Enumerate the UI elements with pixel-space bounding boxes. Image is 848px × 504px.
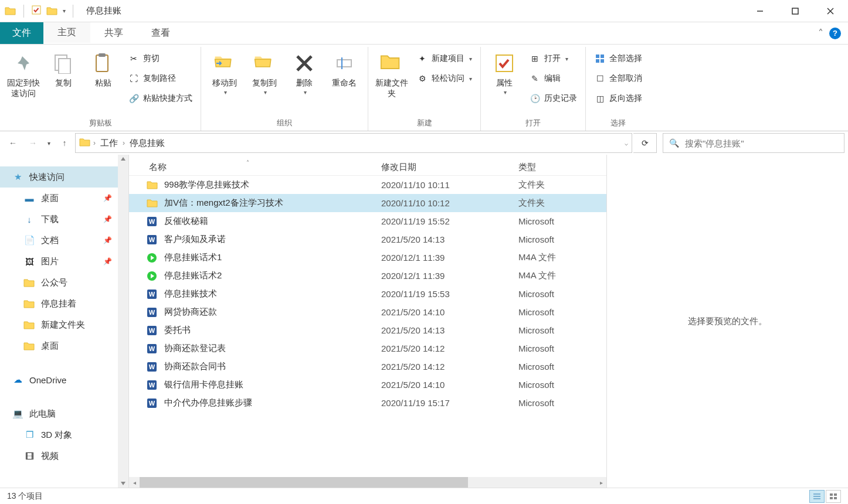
file-name: 银行信用卡停息挂账 bbox=[164, 379, 243, 390]
search-box[interactable]: 🔍 bbox=[663, 133, 844, 153]
nav-forward-button[interactable]: → bbox=[23, 134, 42, 152]
file-type: Microsoft bbox=[518, 343, 589, 353]
folder-icon bbox=[23, 277, 35, 288]
file-row[interactable]: 协商还款登记表2021/5/20 14:12Microsoft bbox=[129, 339, 606, 357]
sidebar-scrollbar[interactable] bbox=[118, 155, 128, 488]
paste-button[interactable]: 粘贴 bbox=[84, 48, 122, 88]
address-bar[interactable]: › 工作 › 停息挂账 ⌵ bbox=[75, 133, 632, 153]
sidebar-desktop[interactable]: ▬桌面📌 bbox=[0, 188, 128, 209]
tab-view[interactable]: 查看 bbox=[137, 22, 184, 44]
easy-access-button[interactable]: ⚙轻松访问▾ bbox=[413, 69, 476, 88]
sidebar-folder-4[interactable]: 桌面 bbox=[0, 335, 128, 356]
invert-selection-button[interactable]: ◫反向选择 bbox=[591, 89, 646, 108]
file-name: 加V信：mengxt2备注学习技术 bbox=[164, 197, 283, 209]
copy-path-button[interactable]: ⛶复制路径 bbox=[124, 69, 196, 88]
file-row[interactable]: 中介代办停息挂账步骤2020/11/19 15:17Microsoft bbox=[129, 394, 606, 412]
file-list[interactable]: 名称˄ 修改日期 类型 998教学停息挂账技术2020/11/10 10:11文… bbox=[129, 155, 606, 488]
svg-rect-16 bbox=[337, 60, 351, 67]
nav-up-button[interactable]: ↑ bbox=[55, 134, 74, 152]
file-name: 中介代办停息挂账步骤 bbox=[164, 397, 252, 408]
word-icon bbox=[147, 325, 158, 336]
file-row[interactable]: 银行信用卡停息挂账2021/5/20 14:10Microsoft bbox=[129, 376, 606, 394]
file-row[interactable]: 网贷协商还款2021/5/20 14:10Microsoft bbox=[129, 303, 606, 321]
collapse-ribbon-icon[interactable]: ˄ bbox=[818, 27, 823, 40]
tab-home[interactable]: 主页 bbox=[43, 22, 90, 44]
sidebar-folder-1[interactable]: 公众号 bbox=[0, 272, 128, 293]
sidebar-downloads[interactable]: ↓下载📌 bbox=[0, 209, 128, 230]
horizontal-scrollbar[interactable]: ◂▸ bbox=[129, 477, 606, 488]
new-folder-button[interactable]: 新建文件夹 bbox=[373, 48, 411, 98]
qat-dropdown[interactable]: ▾ bbox=[63, 8, 66, 14]
qat-checkbox-icon[interactable] bbox=[31, 5, 42, 17]
item-count: 13 个项目 bbox=[7, 491, 43, 502]
file-date: 2021/5/20 14:10 bbox=[381, 307, 518, 317]
column-date[interactable]: 修改日期 bbox=[381, 162, 518, 173]
svg-rect-15 bbox=[59, 59, 70, 74]
nav-back-button[interactable]: ← bbox=[4, 134, 22, 152]
selectall-icon bbox=[594, 53, 606, 64]
refresh-button[interactable]: ⟳ bbox=[633, 133, 657, 153]
shortcut-icon: 🔗 bbox=[128, 93, 140, 104]
folder-icon bbox=[147, 179, 158, 191]
open-button[interactable]: ⊞打开▾ bbox=[525, 49, 581, 68]
help-icon[interactable]: ? bbox=[829, 28, 841, 39]
file-row[interactable]: 反催收秘籍2020/11/19 15:52Microsoft bbox=[129, 212, 606, 230]
select-all-button[interactable]: 全部选择 bbox=[591, 49, 646, 68]
chevron-right-icon[interactable]: › bbox=[123, 139, 125, 147]
paste-shortcut-button[interactable]: 🔗粘贴快捷方式 bbox=[124, 89, 196, 108]
breadcrumb-2[interactable]: 停息挂账 bbox=[127, 137, 167, 150]
address-dropdown[interactable]: ⌵ bbox=[625, 140, 628, 147]
delete-button[interactable]: 删除▾ bbox=[286, 48, 323, 96]
audio-icon bbox=[147, 270, 158, 282]
file-row[interactable]: 委托书2021/5/20 14:13Microsoft bbox=[129, 321, 606, 339]
pin-quick-access-button[interactable]: 固定到快速访问 bbox=[5, 48, 42, 98]
minimize-button[interactable] bbox=[742, 0, 778, 22]
new-item-button[interactable]: ✦新建项目▾ bbox=[413, 49, 476, 68]
file-row[interactable]: 998教学停息挂账技术2020/11/10 10:11文件夹 bbox=[129, 176, 606, 194]
cut-button[interactable]: ✂剪切 bbox=[124, 49, 196, 68]
search-input[interactable] bbox=[685, 138, 838, 148]
word-icon bbox=[147, 343, 158, 355]
sidebar-quick-access[interactable]: ★快速访问 bbox=[0, 166, 128, 188]
newfolder-icon bbox=[379, 50, 405, 76]
properties-button[interactable]: 属性▾ bbox=[486, 48, 523, 96]
sidebar-this-pc[interactable]: 💻此电脑 bbox=[0, 403, 128, 424]
column-name[interactable]: 名称˄ bbox=[129, 162, 381, 173]
history-button[interactable]: 🕑历史记录 bbox=[525, 89, 581, 108]
tab-share[interactable]: 共享 bbox=[90, 22, 137, 44]
file-row[interactable]: 停息挂账技术2020/11/19 15:53Microsoft bbox=[129, 285, 606, 303]
file-type: Microsoft bbox=[518, 307, 589, 317]
details-view-button[interactable] bbox=[809, 490, 825, 503]
sidebar-folder-2[interactable]: 停息挂着 bbox=[0, 293, 128, 314]
file-row[interactable]: 加V信：mengxt2备注学习技术2020/11/10 10:12文件夹 bbox=[129, 194, 606, 212]
edit-button[interactable]: ✎编辑 bbox=[525, 69, 581, 88]
sidebar-3d-objects[interactable]: ❒3D 对象 bbox=[0, 424, 128, 445]
file-row[interactable]: 协商还款合同书2021/5/20 14:12Microsoft bbox=[129, 357, 606, 376]
sidebar-documents[interactable]: 📄文档📌 bbox=[0, 230, 128, 251]
close-button[interactable] bbox=[813, 0, 848, 22]
qat-folder-icon[interactable] bbox=[46, 6, 58, 16]
column-headers[interactable]: 名称˄ 修改日期 类型 bbox=[129, 155, 606, 176]
maximize-button[interactable] bbox=[778, 0, 813, 22]
sidebar-folder-3[interactable]: 新建文件夹 bbox=[0, 314, 128, 335]
sidebar-pictures[interactable]: 🖼图片📌 bbox=[0, 251, 128, 272]
titlebar: ▾ 停息挂账 bbox=[0, 0, 848, 22]
svg-rect-21 bbox=[830, 493, 833, 496]
copy-button[interactable]: 复制 bbox=[45, 48, 82, 88]
move-to-button[interactable]: 移动到▾ bbox=[206, 48, 243, 96]
select-none-button[interactable]: ☐全部取消 bbox=[591, 69, 646, 88]
tab-file[interactable]: 文件 bbox=[0, 22, 43, 44]
rename-button[interactable]: 重命名 bbox=[325, 48, 363, 88]
sidebar-onedrive[interactable]: ☁OneDrive bbox=[0, 369, 128, 390]
column-type[interactable]: 类型 bbox=[518, 162, 589, 173]
chevron-right-icon[interactable]: › bbox=[93, 139, 96, 147]
sidebar-videos[interactable]: 🎞视频 bbox=[0, 445, 128, 466]
nav-recent-dropdown[interactable]: ▾ bbox=[43, 134, 54, 152]
navigation-pane[interactable]: ★快速访问 ▬桌面📌 ↓下载📌 📄文档📌 🖼图片📌 公众号 停息挂着 新建文件夹… bbox=[0, 155, 129, 488]
file-row[interactable]: 停息挂账话术12020/12/1 11:39M4A 文件 bbox=[129, 248, 606, 267]
file-row[interactable]: 客户须知及承诺2021/5/20 14:13Microsoft bbox=[129, 230, 606, 248]
file-row[interactable]: 停息挂账话术22020/12/1 11:39M4A 文件 bbox=[129, 267, 606, 285]
breadcrumb-1[interactable]: 工作 bbox=[98, 137, 120, 150]
icons-view-button[interactable] bbox=[826, 490, 841, 503]
copy-to-button[interactable]: 复制到▾ bbox=[246, 48, 283, 96]
